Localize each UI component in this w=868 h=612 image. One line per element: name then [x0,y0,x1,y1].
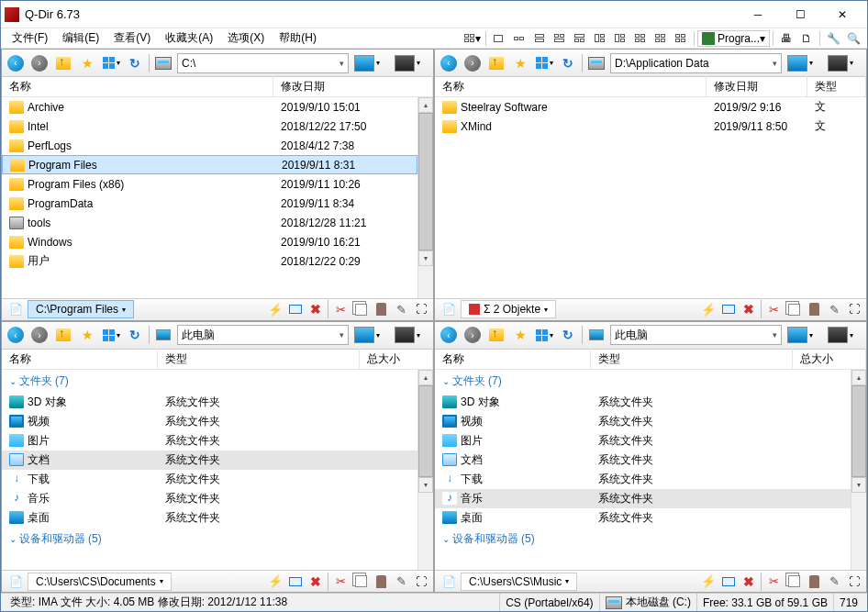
file-row[interactable]: tools2018/12/28 11:21 [2,213,417,232]
wand-icon[interactable]: ✎ [392,300,410,318]
wand-icon[interactable]: ✎ [825,573,843,591]
back-button[interactable]: ‹ [438,52,460,74]
col-name[interactable]: 名称 [435,76,707,97]
layout-4b-icon[interactable] [652,30,669,47]
scrollbar[interactable]: ▴▾ [417,370,433,571]
group-header[interactable]: 文件夹 (7) [2,370,417,393]
group-header[interactable]: 文件夹 (7) [435,370,851,393]
file-row[interactable]: 下载系统文件夹 [2,470,417,489]
cut-icon[interactable]: ✂ [764,573,783,591]
col-type[interactable]: 类型 [158,349,360,370]
address-bar[interactable]: ▾ [610,325,782,345]
forward-button[interactable]: › [28,52,50,74]
col-modified[interactable]: 修改日期 [273,76,433,97]
address-bar[interactable]: ▾ [177,325,349,345]
favorites-icon[interactable]: ★ [76,52,98,74]
file-list-tr[interactable]: Steelray Software2019/9/2 9:16文XMind2019… [435,97,866,298]
file-row[interactable]: 视频系统文件夹 [435,412,851,431]
delete-icon[interactable]: ✖ [306,300,325,318]
col-name[interactable]: 名称 [2,76,273,97]
monitor1-icon[interactable] [787,327,807,343]
up-button[interactable] [52,52,74,74]
program-button[interactable]: Progra... ▾ [697,30,770,47]
layout-2v-icon[interactable] [511,30,528,47]
address-dropdown-icon[interactable]: ▾ [773,330,777,339]
layout-1-icon[interactable] [491,30,507,47]
menu-help[interactable]: 帮助(H) [272,28,324,48]
menu-favorites[interactable]: 收藏夹(A) [158,28,220,48]
forward-button[interactable]: › [462,324,484,346]
layout-2h-icon[interactable] [531,30,548,47]
group-header[interactable]: 设备和驱动器 (5) [435,528,851,551]
address-bar[interactable]: ▾ [610,53,782,73]
monitor1-icon[interactable] [354,55,374,72]
file-row[interactable]: 文档系统文件夹 [2,451,417,470]
delete-icon[interactable]: ✖ [740,300,758,318]
paste-icon[interactable] [805,300,823,318]
monitor2-icon[interactable] [828,55,848,72]
tab-br[interactable]: C:\Users\CS\Music▾ [461,573,577,591]
mail-icon[interactable] [286,573,305,591]
layout-dropdown-icon[interactable]: ▾ [464,30,481,47]
cut-icon[interactable]: ✂ [331,300,350,318]
scrollbar[interactable]: ▴▾ [851,370,866,571]
expand-icon[interactable]: ⛶ [845,573,863,591]
expand-icon[interactable]: ⛶ [412,300,430,318]
drive-icon[interactable] [152,52,174,74]
print-icon[interactable]: 🖶 [778,30,795,47]
view-grid-icon[interactable]: ▾ [100,52,122,74]
monitor2-icon[interactable] [828,327,848,343]
bolt-icon[interactable]: ⚡ [699,573,718,591]
menu-view[interactable]: 查看(V) [106,28,158,48]
tab-tr[interactable]: Σ 2 Objekte▾ [461,300,556,318]
tab-list-icon[interactable]: 📄 [5,571,27,593]
col-name[interactable]: 名称 [435,349,591,370]
col-size[interactable]: 总大小 [360,349,433,370]
mail-icon[interactable] [286,300,305,318]
view-grid-icon[interactable]: ▾ [533,324,555,346]
tab-list-icon[interactable]: 📄 [438,571,460,593]
layout-3b-icon[interactable] [572,30,588,47]
computer-icon[interactable] [152,324,174,346]
menu-edit[interactable]: 编辑(E) [55,28,106,48]
file-row[interactable]: PerfLogs2018/4/12 7:38 [2,136,417,155]
monitor1-icon[interactable] [787,55,807,72]
refresh-icon[interactable]: ↻ [124,52,146,74]
back-button[interactable]: ‹ [5,324,27,346]
favorites-icon[interactable]: ★ [509,324,531,346]
copy-icon[interactable] [351,573,370,591]
file-row[interactable]: ProgramData2019/9/11 8:34 [2,194,417,213]
computer-icon[interactable] [585,324,607,346]
forward-button[interactable]: › [28,324,50,346]
file-row[interactable]: 图片系统文件夹 [435,431,851,451]
address-input[interactable] [182,57,339,70]
bolt-icon[interactable]: ⚡ [266,573,284,591]
layout-3c-icon[interactable] [592,30,608,47]
bolt-icon[interactable]: ⚡ [699,300,718,318]
col-modified[interactable]: 修改日期 [707,76,807,97]
wand-icon[interactable]: ✎ [392,573,410,591]
tab-list-icon[interactable]: 📄 [5,298,27,320]
cut-icon[interactable]: ✂ [764,300,783,318]
favorites-icon[interactable]: ★ [509,52,531,74]
file-row[interactable]: Windows2019/9/10 16:21 [2,232,417,251]
file-row[interactable]: 文档系统文件夹 [435,451,851,470]
delete-icon[interactable]: ✖ [740,573,758,591]
up-button[interactable] [485,324,507,346]
copy-icon[interactable] [351,300,370,318]
cut-icon[interactable]: ✂ [331,573,350,591]
wand-icon[interactable]: ✎ [825,300,843,318]
scrollbar[interactable]: ▴▾ [417,97,433,298]
favorites-icon[interactable]: ★ [76,324,98,346]
address-input[interactable] [615,328,773,341]
menu-options[interactable]: 选项(X) [220,28,272,48]
refresh-icon[interactable]: ↻ [124,324,146,346]
file-row[interactable]: 下载系统文件夹 [435,470,851,489]
magnify-icon[interactable]: 🔍 [845,30,862,47]
monitor1-icon[interactable] [354,327,374,343]
delete-icon[interactable]: ✖ [306,573,325,591]
address-input[interactable] [615,57,773,70]
up-button[interactable] [485,52,507,74]
mail-icon[interactable] [719,573,738,591]
file-row[interactable]: Intel2018/12/22 17:50 [2,117,417,136]
